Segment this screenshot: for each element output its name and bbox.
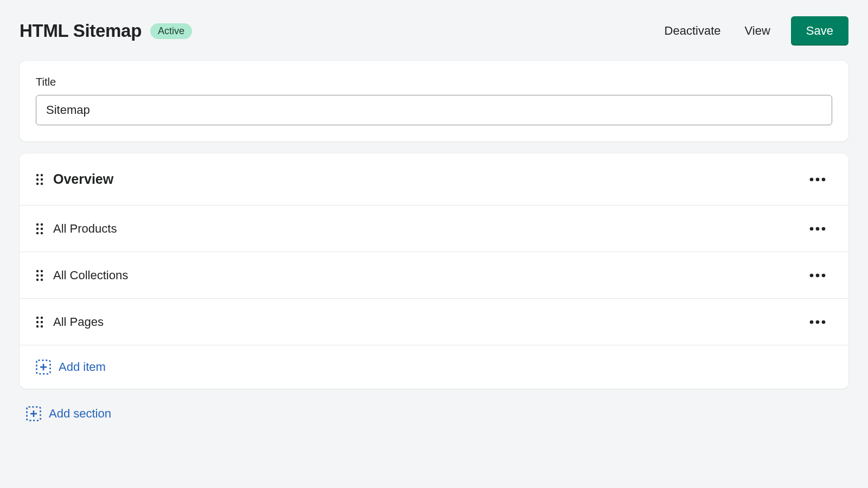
svg-point-32 xyxy=(41,325,43,327)
item-row-all-products: All Products xyxy=(20,206,848,252)
title-input[interactable] xyxy=(36,95,832,125)
item-title: All Pages xyxy=(53,315,104,329)
svg-point-11 xyxy=(36,227,39,229)
svg-point-2 xyxy=(36,178,39,180)
deactivate-button[interactable]: Deactivate xyxy=(661,20,724,42)
svg-point-14 xyxy=(41,232,43,234)
item-title: All Collections xyxy=(53,268,128,282)
view-button[interactable]: View xyxy=(742,20,774,42)
item-title: All Products xyxy=(53,222,117,236)
svg-point-20 xyxy=(36,274,39,276)
svg-point-1 xyxy=(41,174,43,176)
svg-point-12 xyxy=(41,227,43,229)
drag-handle-icon[interactable] xyxy=(36,223,43,235)
more-horizontal-icon xyxy=(809,273,826,278)
svg-point-4 xyxy=(36,182,39,184)
section-more-button[interactable] xyxy=(806,174,829,185)
item-row-all-collections: All Collections xyxy=(20,252,848,299)
title-label: Title xyxy=(36,76,832,88)
svg-point-21 xyxy=(41,274,43,276)
svg-point-19 xyxy=(41,269,43,272)
add-section-label: Add section xyxy=(49,407,111,421)
svg-point-26 xyxy=(822,273,826,277)
item-more-button[interactable] xyxy=(806,317,829,328)
svg-point-29 xyxy=(36,320,39,323)
add-item-button[interactable]: Add item xyxy=(20,345,848,389)
svg-point-31 xyxy=(36,325,39,327)
svg-point-27 xyxy=(36,316,39,318)
svg-point-0 xyxy=(36,174,39,176)
svg-point-24 xyxy=(810,273,814,277)
svg-point-3 xyxy=(41,178,43,180)
svg-point-28 xyxy=(41,316,43,318)
svg-point-35 xyxy=(822,320,826,324)
item-more-button[interactable] xyxy=(806,223,829,234)
svg-point-18 xyxy=(36,269,39,272)
item-more-button[interactable] xyxy=(806,270,829,281)
svg-point-17 xyxy=(822,227,826,230)
item-row-all-pages: All Pages xyxy=(20,299,848,345)
more-horizontal-icon xyxy=(809,227,826,231)
svg-point-30 xyxy=(41,320,43,323)
svg-point-6 xyxy=(810,177,814,181)
svg-point-16 xyxy=(816,227,820,230)
more-horizontal-icon xyxy=(809,320,826,324)
svg-point-34 xyxy=(816,320,820,324)
status-badge: Active xyxy=(150,23,192,39)
svg-point-23 xyxy=(41,278,43,280)
svg-point-7 xyxy=(816,177,820,181)
svg-point-10 xyxy=(41,223,43,225)
page-title: HTML Sitemap xyxy=(20,21,142,41)
drag-handle-icon[interactable] xyxy=(36,269,43,281)
section-row-overview: Overview xyxy=(20,153,848,206)
svg-point-5 xyxy=(41,182,43,184)
svg-point-22 xyxy=(36,278,39,280)
section-title: Overview xyxy=(53,171,113,187)
svg-point-13 xyxy=(36,232,39,234)
svg-point-33 xyxy=(810,320,814,324)
add-item-icon xyxy=(36,359,51,375)
add-section-button[interactable]: Add section xyxy=(20,401,848,427)
svg-point-8 xyxy=(822,177,826,181)
add-section-icon xyxy=(26,406,41,421)
drag-handle-icon[interactable] xyxy=(36,174,43,185)
drag-handle-icon[interactable] xyxy=(36,316,43,328)
svg-point-15 xyxy=(810,227,814,230)
save-button[interactable]: Save xyxy=(791,16,848,46)
svg-point-9 xyxy=(36,223,39,225)
add-item-label: Add item xyxy=(59,360,106,374)
svg-point-25 xyxy=(816,273,820,277)
more-horizontal-icon xyxy=(809,177,826,182)
